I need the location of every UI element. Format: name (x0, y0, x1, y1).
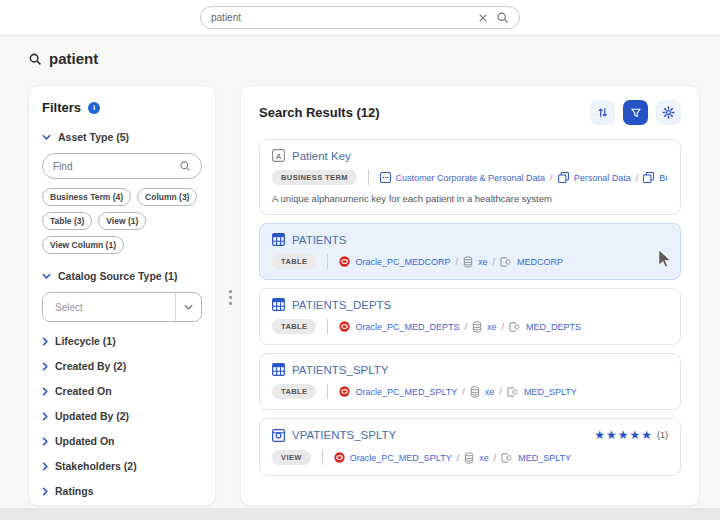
source-link[interactable]: Oracle_PC_MED_DEPTS (355, 322, 459, 332)
asset-type-badge: TABLE (272, 319, 316, 334)
global-search-input[interactable] (211, 12, 470, 23)
result-card-patient-key[interactable]: A Patient Key BUSINESS TERM Customer Cor… (259, 139, 681, 215)
result-title[interactable]: PATIENTS_DEPTS (292, 299, 391, 311)
panel-resize-handle[interactable] (229, 290, 232, 305)
results-title: Search Results (12) (259, 105, 380, 120)
sort-button[interactable] (590, 100, 615, 125)
clear-search-icon[interactable] (478, 13, 488, 23)
global-search-bar[interactable] (200, 6, 520, 29)
filter-section-updated-by[interactable]: Updated By (2) (42, 410, 202, 422)
result-card-patients[interactable]: PATIENTS TABLE Oracle_PC_MEDCORP / xe / … (259, 223, 681, 280)
schema-link[interactable]: MED_SPLTY (518, 453, 571, 463)
chevron-down-icon (42, 134, 51, 140)
search-icon[interactable] (496, 11, 509, 24)
source-link[interactable]: Oracle_PC_MEDCORP (355, 257, 450, 267)
info-icon[interactable]: i (88, 102, 100, 114)
settings-button[interactable] (656, 100, 681, 125)
database-icon (472, 321, 482, 333)
category-icon (380, 172, 391, 183)
filter-section-created-by[interactable]: Created By (2) (42, 360, 202, 372)
top-bar (0, 0, 720, 36)
star-icons[interactable]: ★★★★★ (594, 428, 653, 442)
schema-link[interactable]: MED_DEPTS (526, 322, 581, 332)
source-link[interactable]: Oracle_PC_MED_SPLTY (350, 453, 452, 463)
schema-icon (500, 257, 512, 267)
subcategory-icon (643, 172, 654, 183)
result-card-patients-splty[interactable]: PATIENTS_SPLTY TABLE Oracle_PC_MED_SPLTY… (259, 353, 681, 410)
result-title[interactable]: VPATIENTS_SPLTY (292, 429, 396, 441)
catalog-source-type-label: Catalog Source Type (1) (58, 270, 177, 282)
filter-section-catalog-source-type[interactable]: Catalog Source Type (1) (42, 270, 202, 282)
chip-business-term[interactable]: Business Term (4) (42, 188, 131, 206)
filters-title: Filters (42, 100, 81, 115)
database-link[interactable]: xe (485, 387, 495, 397)
filter-section-created-on[interactable]: Created On (42, 385, 202, 397)
divider (327, 319, 328, 334)
oracle-icon (339, 386, 350, 397)
divider (327, 254, 328, 269)
database-icon (470, 386, 480, 398)
schema-icon (507, 387, 519, 397)
chevron-right-icon (42, 437, 48, 446)
breadcrumb-link[interactable]: Biometric Information (659, 173, 668, 183)
asset-type-badge: VIEW (272, 450, 311, 465)
chip-view-column[interactable]: View Column (1) (42, 236, 124, 254)
database-link[interactable]: xe (487, 322, 497, 332)
filter-section-ratings[interactable]: Ratings (42, 485, 202, 497)
result-card-vpatients-splty[interactable]: VPATIENTS_SPLTY ★★★★★ (1) VIEW Oracle_PC… (259, 418, 681, 476)
chevron-right-icon (42, 462, 48, 471)
asset-type-badge: TABLE (272, 384, 316, 399)
schema-link[interactable]: MED_SPLTY (524, 387, 577, 397)
asset-type-badge: BUSINESS TERM (272, 170, 357, 185)
asset-type-chips: Business Term (4) Column (3) Table (3) V… (42, 188, 202, 254)
table-icon (272, 233, 285, 246)
database-link[interactable]: xe (479, 453, 489, 463)
database-icon (463, 256, 473, 268)
source-link[interactable]: Oracle_PC_MED_SPLTY (355, 387, 457, 397)
filter-section-updated-on[interactable]: Updated On (42, 435, 202, 447)
chip-column[interactable]: Column (3) (137, 188, 197, 206)
result-card-patients-depts[interactable]: PATIENTS_DEPTS TABLE Oracle_PC_MED_DEPTS… (259, 288, 681, 345)
business-term-icon: A (272, 149, 285, 162)
chevron-right-icon (42, 487, 48, 496)
filter-button[interactable] (623, 100, 648, 125)
result-title[interactable]: PATIENTS_SPLTY (292, 364, 389, 376)
oracle-icon (334, 452, 345, 463)
gear-icon (662, 106, 675, 119)
search-icon (179, 160, 191, 172)
chip-view[interactable]: View (1) (98, 212, 146, 230)
database-link[interactable]: xe (478, 257, 488, 267)
result-title[interactable]: Patient Key (292, 150, 351, 162)
filter-section-stakeholders[interactable]: Stakeholders (2) (42, 460, 202, 472)
rating: ★★★★★ (1) (594, 428, 668, 442)
asset-type-find-field[interactable] (42, 153, 202, 179)
select-placeholder: Select (43, 293, 175, 321)
breadcrumb-link[interactable]: Personal Data (574, 173, 631, 183)
result-title[interactable]: PATIENTS (292, 234, 347, 246)
asset-type-find-input[interactable] (53, 161, 173, 172)
window-bottom-edge (0, 508, 720, 520)
chip-table[interactable]: Table (3) (42, 212, 92, 230)
filters-panel: Filters i Asset Type (5) Business Term (… (28, 85, 216, 506)
schema-link[interactable]: MEDCORP (517, 257, 563, 267)
search-query-header: patient (28, 50, 98, 67)
rating-count: (1) (657, 430, 668, 440)
catalog-source-select[interactable]: Select (42, 292, 202, 322)
chevron-down-icon[interactable] (175, 293, 201, 321)
page-title: patient (49, 50, 98, 67)
svg-text:A: A (276, 152, 282, 161)
filter-section-asset-type[interactable]: Asset Type (5) (42, 131, 202, 143)
filter-section-lifecycle[interactable]: Lifecycle (1) (42, 335, 202, 347)
asset-type-label: Asset Type (5) (58, 131, 129, 143)
breadcrumb-link[interactable]: Customer Corporate & Personal Data (396, 173, 546, 183)
sort-icon (596, 106, 609, 119)
chevron-right-icon (42, 337, 48, 346)
table-icon (272, 363, 285, 376)
divider (368, 170, 369, 185)
divider (327, 384, 328, 399)
schema-icon (501, 453, 513, 463)
schema-icon (509, 322, 521, 332)
funnel-icon (630, 107, 642, 119)
search-results-panel: Search Results (12) A (240, 85, 700, 506)
chevron-right-icon (42, 412, 48, 421)
